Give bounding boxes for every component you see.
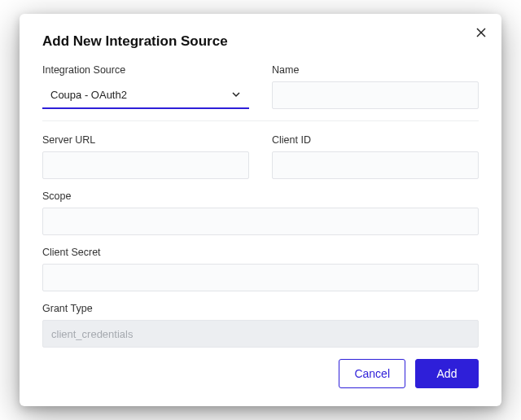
integration-source-field: Integration Source Coupa - OAuth2 (42, 64, 249, 109)
client-id-input[interactable] (272, 151, 479, 179)
name-label: Name (272, 64, 479, 76)
client-secret-label: Client Secret (42, 247, 479, 258)
name-field: Name (272, 64, 479, 109)
integration-source-label: Integration Source (42, 64, 249, 76)
divider (42, 120, 479, 121)
scope-field: Scope (42, 190, 479, 235)
close-icon (476, 28, 486, 37)
grant-type-field: Grant Type client_credentials (42, 303, 479, 348)
client-id-field: Client ID (272, 134, 479, 179)
server-url-label: Server URL (42, 134, 249, 146)
scope-label: Scope (42, 190, 479, 202)
grant-type-input: client_credentials (42, 320, 479, 348)
chevron-down-icon (231, 90, 241, 99)
name-input[interactable] (272, 81, 479, 109)
client-id-label: Client ID (272, 134, 479, 146)
add-integration-modal: Add New Integration Source Integration S… (20, 14, 501, 406)
client-secret-input[interactable] (42, 264, 479, 291)
modal-footer: Cancel Add (42, 359, 479, 388)
client-secret-field: Client Secret (42, 247, 479, 291)
grant-type-label: Grant Type (42, 303, 479, 314)
server-url-input[interactable] (42, 151, 249, 179)
add-button[interactable]: Add (415, 359, 479, 388)
scope-input[interactable] (42, 208, 479, 235)
close-button[interactable] (474, 25, 488, 40)
cancel-button[interactable]: Cancel (339, 359, 405, 388)
grant-type-value: client_credentials (51, 328, 133, 340)
integration-source-select[interactable]: Coupa - OAuth2 (42, 81, 249, 109)
server-url-field: Server URL (42, 134, 249, 179)
integration-source-value: Coupa - OAuth2 (50, 89, 127, 101)
modal-title: Add New Integration Source (42, 33, 479, 50)
